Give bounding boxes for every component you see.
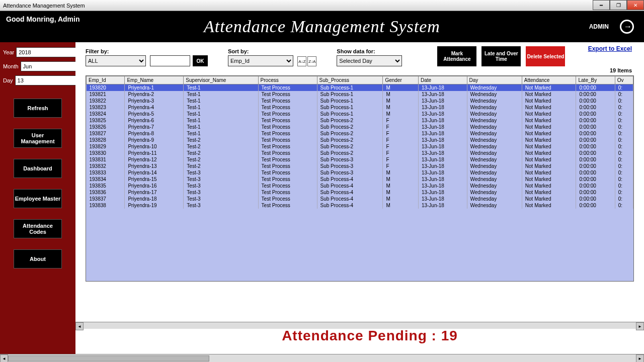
col-header[interactable]: Emp_Id <box>87 76 125 84</box>
about-button[interactable]: About <box>14 249 62 268</box>
delete-selected-button[interactable]: Delete Selected <box>526 46 565 66</box>
close-button[interactable]: ✕ <box>627 0 644 10</box>
late-overtime-button[interactable]: Late and Over Time <box>481 46 521 66</box>
table-row[interactable]: 193838Priyendra-19Test-3Test ProcessSub … <box>87 202 633 209</box>
col-header[interactable]: Attendance <box>522 76 576 84</box>
table-row[interactable]: 193836Priyendra-17Test-3Test ProcessSub … <box>87 189 633 196</box>
scrollbar-thumb[interactable] <box>8 355 209 361</box>
col-header[interactable]: Day <box>467 76 522 84</box>
filter-select[interactable]: ALL <box>86 55 146 66</box>
filter-group: Filter by: ALL OK <box>86 48 208 67</box>
month-label: Month <box>3 63 19 69</box>
col-header[interactable]: Process <box>258 76 317 84</box>
app-title: Attendance Management System <box>204 17 440 36</box>
window-scroll-right-icon[interactable]: ► <box>636 354 644 362</box>
table-row[interactable]: 193828Priyendra-9Test-2Test ProcessSub P… <box>87 137 633 143</box>
table-row[interactable]: 193821Priyendra-2Test-1Test ProcessSub P… <box>87 91 633 98</box>
table-row[interactable]: 193831Priyendra-12Test-2Test ProcessSub … <box>87 156 633 163</box>
data-grid[interactable]: Emp_IdEmp_NameSupervisor_NameProcessSub_… <box>86 75 634 282</box>
toolbar: Filter by: ALL OK Sort by: Emp_Id A↓Z Z↓… <box>86 46 634 66</box>
sidebar: Year Month Day Refresh User Management D… <box>0 42 75 354</box>
col-header[interactable]: Late_By <box>576 76 615 84</box>
logout-icon[interactable] <box>620 20 634 34</box>
filter-text-input[interactable] <box>150 55 190 66</box>
sort-select[interactable]: Emp_Id <box>228 55 293 66</box>
table-row[interactable]: 193823Priyendra-4Test-1Test ProcessSub P… <box>87 104 633 111</box>
items-count: 19 Items <box>610 67 632 73</box>
year-row: Year <box>3 47 72 57</box>
day-row: Day <box>3 75 72 85</box>
table-row[interactable]: 193837Priyendra-18Test-3Test ProcessSub … <box>87 196 633 202</box>
window-scroll-left-icon[interactable]: ◄ <box>0 354 8 362</box>
main-panel: Export to Excel 19 Items Filter by: ALL … <box>75 42 644 354</box>
greeting-label: Good Monring, Admin <box>6 15 79 23</box>
table-row[interactable]: 193825Priyendra-6Test-1Test ProcessSub P… <box>87 117 633 124</box>
month-row: Month <box>3 61 72 71</box>
table-row[interactable]: 193835Priyendra-16Test-3Test ProcessSub … <box>87 183 633 189</box>
window-scrollbar[interactable]: ◄ ► <box>0 354 644 362</box>
col-header[interactable]: Ov <box>615 76 633 84</box>
showdata-select[interactable]: Selected Day <box>337 55 402 66</box>
showdata-label: Show data for: <box>337 48 402 54</box>
col-header[interactable]: Supervisor_Name <box>184 76 258 84</box>
col-header[interactable]: Date <box>418 76 467 84</box>
sort-group: Sort by: Emp_Id A↓Z Z↓A <box>228 48 316 67</box>
sort-desc-icon[interactable]: Z↓A <box>307 56 316 66</box>
sort-asc-icon[interactable]: A↓Z <box>297 56 306 66</box>
pending-status: Attendance Pending : 19 <box>86 328 644 344</box>
dashboard-button[interactable]: Dashboard <box>14 159 62 178</box>
table-row[interactable]: 193834Priyendra-15Test-3Test ProcessSub … <box>87 176 633 183</box>
table-row[interactable]: 193829Priyendra-10Test-2Test ProcessSub … <box>87 143 633 150</box>
table-row[interactable]: 193826Priyendra-7Test-1Test ProcessSub P… <box>87 124 633 130</box>
showdata-group: Show data for: Selected Day <box>337 48 402 66</box>
attendance-codes-button[interactable]: Attendance Codes <box>14 219 62 238</box>
scroll-left-icon[interactable]: ◄ <box>75 322 84 330</box>
window-title: Attendance Management System <box>3 3 85 9</box>
user-role: ADMIN <box>589 23 609 30</box>
table-row[interactable]: 193824Priyendra-5Test-1Test ProcessSub P… <box>87 111 633 117</box>
col-header[interactable]: Sub_Process <box>317 76 383 84</box>
export-excel-link[interactable]: Export to Excel <box>588 45 632 52</box>
col-header[interactable]: Emp_Name <box>125 76 184 84</box>
maximize-button[interactable]: ❐ <box>610 0 627 10</box>
refresh-button[interactable]: Refresh <box>14 99 62 118</box>
year-label: Year <box>3 49 14 55</box>
app-header: Good Monring, Admin Attendance Managemen… <box>0 11 644 42</box>
table-row[interactable]: 193832Priyendra-13Test-2Test ProcessSub … <box>87 163 633 169</box>
minimize-button[interactable]: ━ <box>593 0 610 10</box>
day-label: Day <box>3 77 13 83</box>
filter-label: Filter by: <box>86 48 208 54</box>
user-management-button[interactable]: User Management <box>14 129 62 148</box>
filter-ok-button[interactable]: OK <box>193 55 208 66</box>
table-row[interactable]: 193820Priyendra-1Test-1Test ProcessSub P… <box>87 84 633 92</box>
mark-attendance-button[interactable]: Mark Attendance <box>437 46 476 66</box>
window-titlebar[interactable]: Attendance Management System ━ ❐ ✕ <box>0 0 644 11</box>
table-row[interactable]: 193833Priyendra-14Test-3Test ProcessSub … <box>87 169 633 176</box>
table-row[interactable]: 193830Priyendra-11Test-2Test ProcessSub … <box>87 150 633 156</box>
sort-label: Sort by: <box>228 48 316 54</box>
table-row[interactable]: 193822Priyendra-3Test-1Test ProcessSub P… <box>87 98 633 104</box>
employee-master-button[interactable]: Employee Master <box>14 189 62 208</box>
col-header[interactable]: Gender <box>383 76 419 84</box>
table-row[interactable]: 193827Priyendra-8Test-1Test ProcessSub P… <box>87 130 633 137</box>
